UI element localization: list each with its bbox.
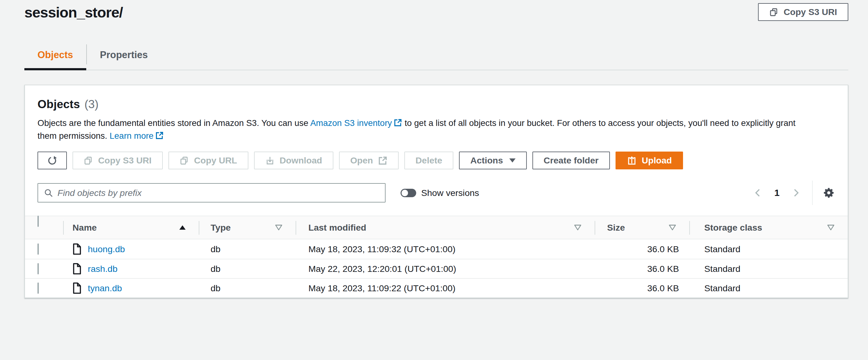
file-icon xyxy=(72,243,82,255)
description-text-1: Objects are the fundamental entities sto… xyxy=(37,118,308,128)
show-versions-toggle[interactable] xyxy=(401,189,416,197)
search-box xyxy=(37,183,385,203)
objects-panel-header: Objects (3) Objects are the fundamental … xyxy=(25,85,848,205)
select-all-cell xyxy=(25,216,63,239)
table-row: huong.db db May 18, 2023, 11:09:32 (UTC+… xyxy=(25,239,848,259)
object-actions-toolbar: Copy S3 URI Copy URL Download Open xyxy=(37,152,835,169)
table-row: tynan.db db May 18, 2023, 11:09:22 (UTC+… xyxy=(25,278,848,298)
current-page-number[interactable]: 1 xyxy=(774,187,780,198)
column-header-size[interactable]: Size xyxy=(595,216,689,239)
download-button[interactable]: Download xyxy=(254,152,333,169)
copy-s3-uri-button[interactable]: Copy S3 URI xyxy=(72,152,163,169)
refresh-button[interactable] xyxy=(37,152,67,169)
filter-icon[interactable] xyxy=(669,224,676,231)
toggle-knob xyxy=(402,190,408,196)
show-versions-label: Show versions xyxy=(421,188,479,198)
upload-button[interactable]: Upload xyxy=(616,152,683,169)
filter-row: Show versions 1 xyxy=(37,181,835,205)
column-header-last-modified[interactable]: Last modified xyxy=(296,216,595,239)
chevron-right-icon xyxy=(791,188,801,198)
panel-title-row: Objects (3) xyxy=(37,98,835,111)
page-title: session_store/ xyxy=(24,3,123,22)
object-count: (3) xyxy=(84,98,98,111)
object-last-modified: May 18, 2023, 11:09:32 (UTC+01:00) xyxy=(296,244,595,254)
copy-icon xyxy=(769,7,779,17)
s3-console-page: session_store/ Copy S3 URI Objects Prope… xyxy=(0,0,868,360)
refresh-icon xyxy=(47,155,58,166)
divider xyxy=(812,181,813,205)
row-checkbox[interactable] xyxy=(37,263,39,274)
objects-panel: Objects (3) Objects are the fundamental … xyxy=(24,85,848,298)
filter-icon[interactable] xyxy=(275,224,282,231)
select-all-checkbox[interactable] xyxy=(37,216,39,227)
row-checkbox[interactable] xyxy=(37,243,39,255)
create-folder-button[interactable]: Create folder xyxy=(532,152,610,169)
copy-s3-uri-top-button[interactable]: Copy S3 URI xyxy=(758,3,848,21)
panel-description: Objects are the fundamental entities sto… xyxy=(37,117,809,142)
upload-icon xyxy=(627,156,637,166)
copy-icon xyxy=(84,156,93,165)
column-header-storage-class[interactable]: Storage class xyxy=(689,216,848,239)
search-icon xyxy=(44,188,53,198)
objects-table: Name Type Last modified Size Storage cla… xyxy=(25,216,848,298)
learn-more-link[interactable]: Learn more xyxy=(110,131,164,141)
amazon-s3-inventory-link[interactable]: Amazon S3 inventory xyxy=(310,118,402,128)
object-name-link[interactable]: huong.db xyxy=(88,244,125,254)
object-storage-class: Standard xyxy=(689,244,848,254)
sort-ascending-icon[interactable] xyxy=(179,225,186,230)
object-name-link[interactable]: tynan.db xyxy=(88,283,122,294)
object-type: db xyxy=(199,244,296,254)
column-header-type[interactable]: Type xyxy=(199,216,296,239)
object-last-modified: May 22, 2023, 12:20:01 (UTC+01:00) xyxy=(296,264,595,274)
object-size: 36.0 KB xyxy=(595,244,689,254)
settings-gear-icon[interactable] xyxy=(823,186,835,199)
file-icon xyxy=(72,282,82,294)
pagination-cluster: 1 xyxy=(753,181,835,205)
panel-title: Objects xyxy=(37,98,80,111)
open-button[interactable]: Open xyxy=(339,152,399,169)
object-size: 36.0 KB xyxy=(595,283,689,294)
filter-icon[interactable] xyxy=(827,224,835,231)
copy-url-button[interactable]: Copy URL xyxy=(168,152,248,169)
copy-icon xyxy=(180,156,189,165)
table-header-row: Name Type Last modified Size Storage cla… xyxy=(25,216,848,239)
external-link-icon xyxy=(378,156,388,165)
caret-down-icon xyxy=(509,158,516,162)
actions-dropdown-button[interactable]: Actions xyxy=(459,152,527,169)
object-storage-class: Standard xyxy=(689,283,848,294)
tab-objects[interactable]: Objects xyxy=(24,41,86,70)
object-storage-class: Standard xyxy=(689,264,848,274)
download-icon xyxy=(265,156,275,165)
delete-button[interactable]: Delete xyxy=(404,152,454,169)
search-input[interactable] xyxy=(58,188,379,198)
row-checkbox[interactable] xyxy=(37,282,39,294)
previous-page-button[interactable] xyxy=(753,188,763,198)
object-type: db xyxy=(199,264,296,274)
copy-s3-uri-top-label: Copy S3 URI xyxy=(784,7,837,17)
object-type: db xyxy=(199,283,296,294)
column-header-name[interactable]: Name xyxy=(63,216,199,239)
object-size: 36.0 KB xyxy=(595,264,689,274)
object-last-modified: May 18, 2023, 11:09:22 (UTC+01:00) xyxy=(296,283,595,294)
next-page-button[interactable] xyxy=(791,188,801,198)
tab-properties[interactable]: Properties xyxy=(87,41,161,70)
object-name-link[interactable]: rash.db xyxy=(88,264,118,274)
page-header: session_store/ Copy S3 URI xyxy=(0,0,868,22)
chevron-left-icon xyxy=(753,188,763,198)
file-icon xyxy=(72,263,82,274)
external-link-icon xyxy=(394,118,402,127)
external-link-icon xyxy=(155,131,164,140)
tab-bar: Objects Properties xyxy=(24,41,848,70)
table-row: rash.db db May 22, 2023, 12:20:01 (UTC+0… xyxy=(25,259,848,278)
filter-icon[interactable] xyxy=(574,224,582,231)
